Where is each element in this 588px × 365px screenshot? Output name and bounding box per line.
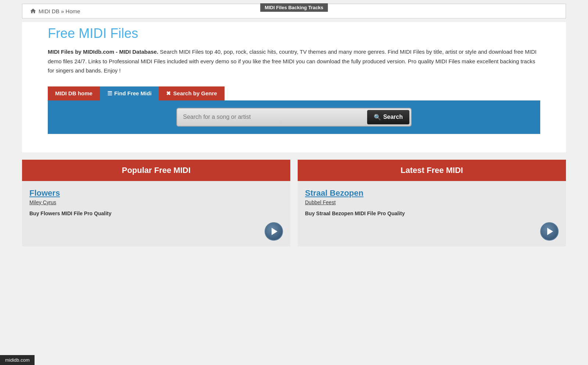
popular-play-btn-row	[29, 222, 283, 247]
search-button[interactable]: 🔍 Search	[367, 110, 409, 124]
description: MIDI Files by MIDIdb.com - MIDI Database…	[48, 47, 540, 75]
tab-home[interactable]: MIDI DB home	[48, 86, 100, 100]
latest-body: Straal Bezopen Dubbel Feest Buy Straal B…	[298, 181, 566, 247]
description-bold: MIDI Files by MIDIdb.com - MIDI Database…	[48, 49, 158, 55]
search-wrapper: 🔍 Search	[176, 108, 412, 127]
tab-find[interactable]: ☰ Find Free Midi	[100, 86, 159, 100]
search-bar-area: 🔍 Search	[48, 100, 540, 134]
popular-column: Popular Free MIDI Flowers Miley Cyrus Bu…	[22, 160, 290, 247]
popular-song-title[interactable]: Flowers	[29, 188, 283, 198]
search-input[interactable]	[179, 111, 367, 123]
breadcrumb-text: MIDI DB » Home	[39, 8, 80, 14]
popular-buy-link[interactable]: Buy Flowers MIDI File Pro Quality	[29, 210, 283, 216]
latest-buy-link[interactable]: Buy Straal Bezopen MIDI File Pro Quality	[305, 210, 559, 216]
popular-play-button[interactable]	[265, 222, 283, 241]
search-icon: 🔍	[374, 114, 381, 121]
columns: Popular Free MIDI Flowers Miley Cyrus Bu…	[22, 160, 566, 247]
latest-column: Latest Free MIDI Straal Bezopen Dubbel F…	[298, 160, 566, 247]
home-icon	[30, 8, 36, 14]
tabs-container: MIDI DB home ☰ Find Free Midi ✖ Search b…	[48, 86, 540, 100]
main-content: Free MIDI Files MIDI Files by MIDIdb.com…	[22, 22, 566, 152]
latest-artist: Dubbel Feest	[305, 199, 559, 205]
latest-header: Latest Free MIDI	[298, 160, 566, 181]
popular-header: Popular Free MIDI	[22, 160, 290, 181]
latest-play-button[interactable]	[540, 222, 559, 241]
search-button-label: Search	[383, 114, 403, 120]
tab-genre[interactable]: ✖ Search by Genre	[159, 86, 224, 100]
latest-play-btn-row	[305, 222, 559, 247]
popular-artist: Miley Cyrus	[29, 199, 283, 205]
tab-genre-icon: ✖	[166, 90, 171, 97]
page-title: Free MIDI Files	[48, 26, 540, 41]
tab-genre-label: Search by Genre	[173, 90, 217, 96]
latest-song-title[interactable]: Straal Bezopen	[305, 188, 559, 198]
tab-find-label: Find Free Midi	[114, 90, 152, 96]
breadcrumb-bar: MIDI DB » Home MIDI Files Backing Tracks	[22, 4, 566, 18]
tab-find-icon: ☰	[107, 90, 112, 97]
tab-badge: MIDI Files Backing Tracks	[260, 3, 328, 12]
popular-body: Flowers Miley Cyrus Buy Flowers MIDI Fil…	[22, 181, 290, 247]
